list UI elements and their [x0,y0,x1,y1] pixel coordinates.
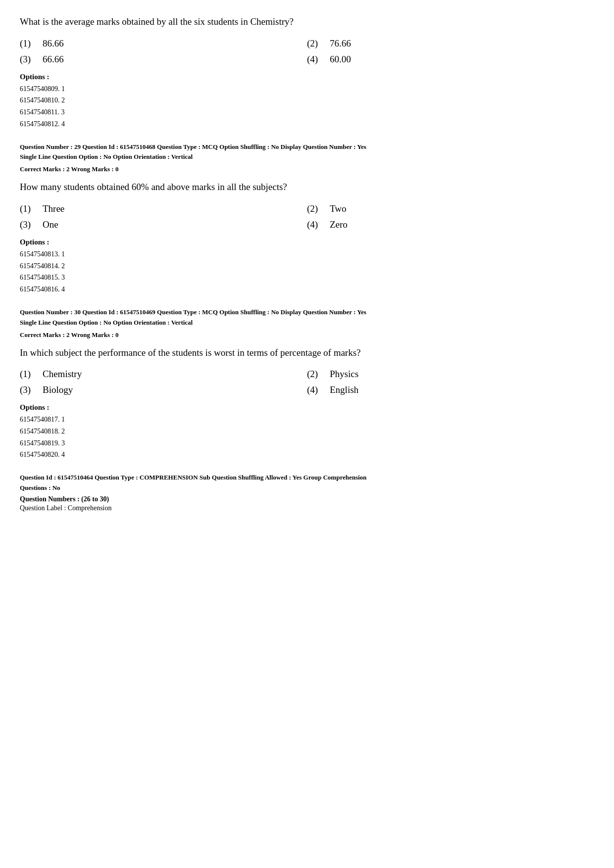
question-30-meta-line2: Single Line Question Option : No Option … [20,318,594,328]
option-id-29-2: 61547540814. 2 [20,260,594,272]
option-29-4-number: (4) [307,219,322,230]
option-28-3-value: 66.66 [43,54,64,65]
option-29-2: (2) Two [307,203,594,214]
question-30-meta: Question Number : 30 Question Id : 61547… [20,307,594,328]
option-30-2: (2) Physics [307,369,594,380]
option-29-4: (4) Zero [307,219,594,230]
option-30-4: (4) English [307,385,594,395]
option-id-29-4: 61547540816. 4 [20,284,594,295]
question-29-option-ids: 61547540813. 1 61547540814. 2 6154754081… [20,248,594,295]
option-30-2-number: (2) [307,369,322,380]
footer-question-label: Question Label : Comprehension [20,504,594,512]
option-28-3: (3) 66.66 [20,54,307,65]
question-30-meta-line1: Question Number : 30 Question Id : 61547… [20,307,594,318]
option-28-4: (4) 60.00 [307,54,594,65]
option-28-1-value: 86.66 [43,38,64,49]
footer-meta: Question Id : 61547510464 Question Type … [20,473,594,493]
question-30-correct-marks: Correct Marks : 2 Wrong Marks : 0 [20,331,594,339]
question-29-text: How many students obtained 60% and above… [20,180,594,194]
question-30: Question Number : 30 Question Id : 61547… [20,307,594,461]
option-28-2-value: 76.66 [330,38,351,49]
option-28-1: (1) 86.66 [20,38,307,49]
option-id-28-1: 61547540809. 1 [20,83,594,95]
option-28-3-number: (3) [20,54,35,65]
option-id-29-3: 61547540815. 3 [20,272,594,284]
option-id-30-2: 61547540818. 2 [20,426,594,437]
option-30-1: (1) Chemistry [20,369,307,380]
question-29-correct-marks: Correct Marks : 2 Wrong Marks : 0 [20,165,594,173]
option-28-1-number: (1) [20,38,35,49]
footer-meta-line1: Question Id : 61547510464 Question Type … [20,473,594,483]
question-28-option-ids: 61547540809. 1 61547540810. 2 6154754081… [20,83,594,130]
option-id-29-1: 61547540813. 1 [20,248,594,260]
option-29-3-number: (3) [20,219,35,230]
option-29-1: (1) Three [20,203,307,214]
option-28-2: (2) 76.66 [307,38,594,49]
footer-question-numbers: Question Numbers : (26 to 30) [20,495,594,503]
option-29-2-value: Two [330,203,347,214]
option-id-28-4: 61547540812. 4 [20,118,594,130]
option-id-30-3: 61547540819. 3 [20,437,594,449]
option-id-28-2: 61547540810. 2 [20,95,594,106]
question-28-options-grid: (1) 86.66 (2) 76.66 (3) 66.66 (4) 60.00 [20,38,594,65]
option-30-2-value: Physics [330,369,358,380]
option-28-2-number: (2) [307,38,322,49]
option-30-3: (3) Biology [20,385,307,395]
option-id-30-4: 61547540820. 4 [20,449,594,461]
option-29-1-number: (1) [20,203,35,214]
question-30-options-label: Options : [20,403,594,412]
option-29-2-number: (2) [307,203,322,214]
option-29-4-value: Zero [330,219,348,230]
footer-meta-line2: Questions : No [20,483,594,493]
question-29: Question Number : 29 Question Id : 61547… [20,142,594,295]
question-29-meta-line1: Question Number : 29 Question Id : 61547… [20,142,594,152]
option-29-3: (3) One [20,219,307,230]
option-30-1-value: Chemistry [43,369,82,380]
question-29-meta: Question Number : 29 Question Id : 61547… [20,142,594,163]
question-30-text: In which subject the performance of the … [20,346,594,360]
question-28: What is the average marks obtained by al… [20,15,594,130]
option-28-4-number: (4) [307,54,322,65]
option-30-3-value: Biology [43,385,73,395]
question-28-options-label: Options : [20,73,594,81]
option-28-4-value: 60.00 [330,54,351,65]
question-28-text: What is the average marks obtained by al… [20,15,594,29]
question-29-meta-line2: Single Line Question Option : No Option … [20,152,594,162]
option-30-4-number: (4) [307,385,322,395]
option-30-3-number: (3) [20,385,35,395]
question-29-options-grid: (1) Three (2) Two (3) One (4) Zero [20,203,594,230]
option-30-1-number: (1) [20,369,35,380]
option-29-3-value: One [43,219,58,230]
option-29-1-value: Three [43,203,64,214]
question-30-option-ids: 61547540817. 1 61547540818. 2 6154754081… [20,414,594,461]
option-30-4-value: English [330,385,358,395]
option-id-30-1: 61547540817. 1 [20,414,594,426]
question-30-options-grid: (1) Chemistry (2) Physics (3) Biology (4… [20,369,594,395]
question-29-options-label: Options : [20,238,594,246]
option-id-28-3: 61547540811. 3 [20,106,594,118]
